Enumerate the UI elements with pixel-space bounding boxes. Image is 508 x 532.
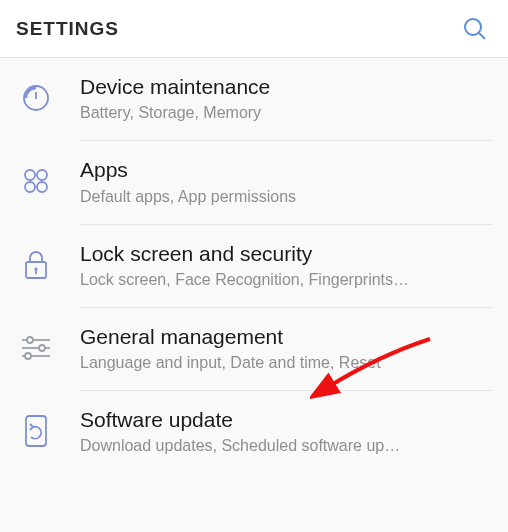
- svg-point-5: [37, 170, 47, 180]
- svg-point-4: [25, 170, 35, 180]
- sliders-icon: [20, 332, 52, 364]
- svg-point-6: [25, 182, 35, 192]
- svg-line-1: [479, 33, 485, 39]
- row-title: General management: [80, 324, 492, 350]
- svg-point-0: [465, 19, 481, 35]
- row-sub: Default apps, App permissions: [80, 188, 492, 206]
- lock-icon: [20, 249, 52, 281]
- search-icon[interactable]: [462, 16, 488, 42]
- row-sub: Language and input, Date and time, Reset: [80, 354, 492, 372]
- row-title: Lock screen and security: [80, 241, 492, 267]
- software-update-icon: [20, 415, 52, 447]
- row-sub: Battery, Storage, Memory: [80, 104, 492, 122]
- row-title: Apps: [80, 157, 492, 183]
- item-device-maintenance[interactable]: Device maintenance Battery, Storage, Mem…: [0, 58, 508, 140]
- svg-point-16: [25, 353, 31, 359]
- settings-list: Device maintenance Battery, Storage, Mem…: [0, 58, 508, 473]
- row-sub: Download updates, Scheduled software up…: [80, 437, 492, 455]
- item-software-update[interactable]: Software update Download updates, Schedu…: [0, 391, 508, 473]
- row-title: Software update: [80, 407, 492, 433]
- item-apps[interactable]: Apps Default apps, App permissions: [0, 141, 508, 223]
- item-general-management[interactable]: General management Language and input, D…: [0, 308, 508, 390]
- svg-point-7: [37, 182, 47, 192]
- app-header: SETTINGS: [0, 0, 508, 58]
- row-title: Device maintenance: [80, 74, 492, 100]
- svg-point-12: [27, 337, 33, 343]
- item-lock-screen-security[interactable]: Lock screen and security Lock screen, Fa…: [0, 225, 508, 307]
- device-maintenance-icon: [20, 82, 52, 114]
- apps-icon: [20, 165, 52, 197]
- svg-rect-17: [26, 416, 46, 446]
- svg-point-14: [39, 345, 45, 351]
- row-sub: Lock screen, Face Recognition, Fingerpri…: [80, 271, 492, 289]
- page-title: SETTINGS: [16, 18, 119, 40]
